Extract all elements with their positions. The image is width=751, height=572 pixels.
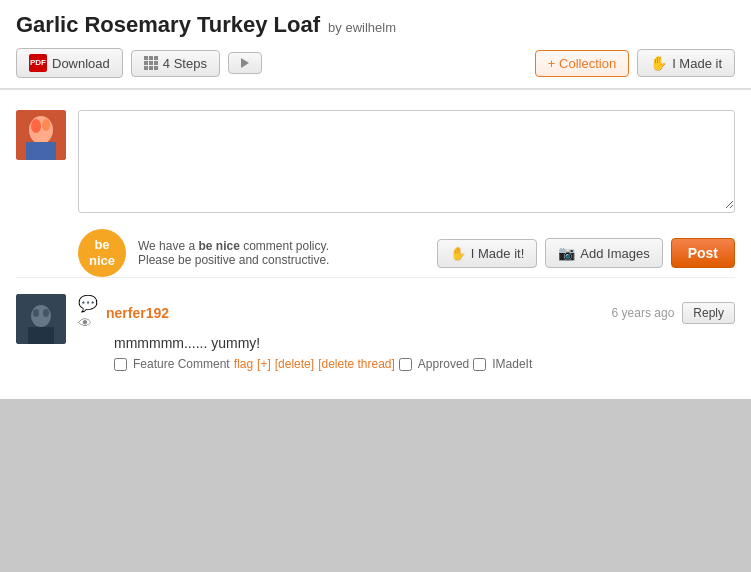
page-header: Garlic Rosemary Turkey Loaf by ewilhelm … — [0, 0, 751, 89]
imade-header-label: I Made it — [672, 56, 722, 71]
pdf-icon: PDF — [29, 54, 47, 72]
title-row: Garlic Rosemary Turkey Loaf by ewilhelm — [16, 12, 735, 38]
be-nice-badge: benice — [78, 229, 126, 277]
table-row: 💬 👁 nerfer192 6 years ago Reply mmmmmm..… — [16, 294, 735, 371]
comment-username[interactable]: nerfer192 — [106, 305, 169, 321]
post-label: Post — [688, 245, 718, 261]
imade-it-label: I Made it! — [471, 246, 524, 261]
comment-section: benice We have a be nice comment policy.… — [0, 90, 751, 399]
imade-it-button[interactable]: ✋ I Made it! — [437, 239, 537, 268]
be-nice-policy-text: We have a be nice comment policy. Please… — [138, 239, 425, 267]
delete-link[interactable]: [delete] — [275, 357, 314, 371]
comment-input-area — [16, 110, 735, 213]
feature-checkbox[interactable] — [114, 358, 127, 371]
approved-checkbox[interactable] — [399, 358, 412, 371]
add-images-label: Add Images — [580, 246, 649, 261]
svg-point-3 — [42, 119, 50, 131]
flag-link[interactable]: flag — [234, 357, 253, 371]
avatar-image — [16, 110, 66, 160]
hand-icon: ✋ — [650, 55, 667, 71]
svg-point-9 — [43, 309, 49, 317]
by-label: by ewilhelm — [328, 20, 396, 35]
svg-rect-4 — [26, 142, 56, 160]
comment-meta: 💬 👁 nerfer192 6 years ago Reply — [78, 294, 735, 331]
reply-button[interactable]: Reply — [682, 302, 735, 324]
comment-action-buttons: ✋ I Made it! 📷 Add Images Post — [437, 238, 735, 268]
chat-icon: 💬 — [78, 294, 98, 313]
user-avatar — [16, 110, 66, 160]
svg-point-8 — [33, 309, 39, 317]
comment-timestamp: 6 years ago — [612, 306, 675, 320]
svg-point-2 — [31, 119, 41, 133]
collection-label: + Collection — [548, 56, 616, 71]
approved-label: Approved — [418, 357, 469, 371]
svg-point-6 — [31, 305, 51, 327]
comments-list: 💬 👁 nerfer192 6 years ago Reply mmmmmm..… — [16, 277, 735, 371]
feature-label: Feature Comment — [133, 357, 230, 371]
eye-icon: 👁 — [78, 315, 98, 331]
page-title: Garlic Rosemary Turkey Loaf — [16, 12, 320, 38]
comment-box-wrapper — [78, 110, 735, 213]
author-name[interactable]: ewilhelm — [345, 20, 396, 35]
comment-content: mmmmmm...... yummy! — [114, 335, 735, 351]
download-button[interactable]: PDF Download — [16, 48, 123, 78]
imadeit-checkbox[interactable] — [473, 358, 486, 371]
imadeit-label: IMadeIt — [492, 357, 532, 371]
play-button[interactable] — [228, 52, 262, 74]
commenter-avatar-image — [16, 294, 66, 344]
post-button[interactable]: Post — [671, 238, 735, 268]
comment-textarea[interactable] — [79, 111, 734, 209]
plus-link[interactable]: [+] — [257, 357, 271, 371]
hand-imade-icon: ✋ — [450, 246, 466, 261]
add-images-button[interactable]: 📷 Add Images — [545, 238, 662, 268]
comment-icons: 💬 👁 — [78, 294, 98, 331]
delete-thread-link[interactable]: [delete thread] — [318, 357, 395, 371]
comment-body: 💬 👁 nerfer192 6 years ago Reply mmmmmm..… — [78, 294, 735, 371]
collection-button[interactable]: + Collection — [535, 50, 629, 77]
be-nice-row: benice We have a be nice comment policy.… — [78, 229, 735, 277]
camera-icon: 📷 — [558, 245, 575, 261]
main-container: Garlic Rosemary Turkey Loaf by ewilhelm … — [0, 0, 751, 399]
steps-grid-button[interactable]: 4 Steps — [131, 50, 220, 77]
comment-actions: Feature Comment flag [+] [delete] [delet… — [114, 357, 735, 371]
imade-header-button[interactable]: ✋ I Made it — [637, 49, 735, 77]
download-label: Download — [52, 56, 110, 71]
steps-label: 4 Steps — [163, 56, 207, 71]
play-icon — [241, 58, 249, 68]
grid-icon — [144, 56, 158, 70]
toolbar: PDF Download 4 Steps + Collection ✋ I Ma… — [16, 48, 735, 78]
commenter-avatar — [16, 294, 66, 344]
svg-rect-7 — [28, 327, 54, 344]
